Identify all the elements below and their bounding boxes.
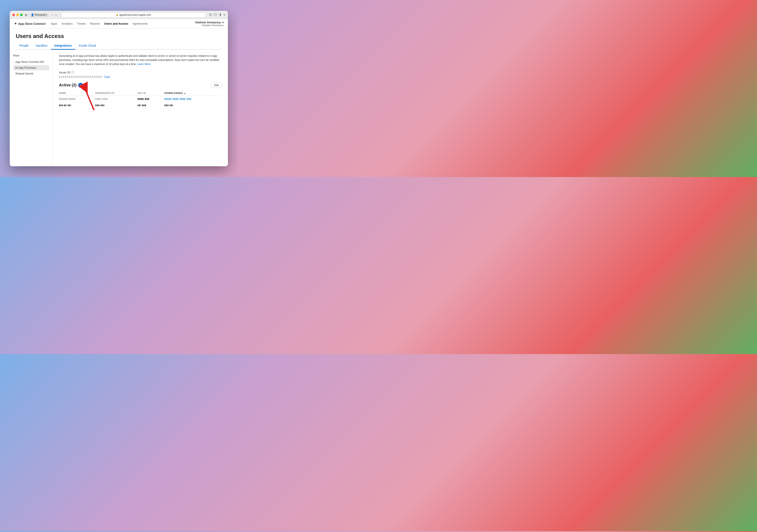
add-key-button[interactable]: +: [78, 83, 83, 88]
forward-button[interactable]: ›: [55, 13, 57, 17]
page-header: Users and Access People Sandbox Integrat…: [10, 29, 228, 50]
page-body: Keys App Store Connect API In-App Purcha…: [10, 50, 228, 166]
tab-sandbox[interactable]: Sandbox: [32, 42, 51, 50]
row2-downloaded: [165, 102, 222, 108]
extensions-button[interactable]: 🛡: [214, 13, 217, 17]
nav-agreements[interactable]: Agreements: [133, 21, 148, 26]
minimize-button[interactable]: [16, 14, 19, 16]
sort-arrow-icon: ▲: [184, 92, 186, 94]
edit-button[interactable]: Edit: [211, 83, 222, 88]
page-title: Users and Access: [16, 33, 222, 40]
sidebar-item-in-app-purchase[interactable]: In-App Purchase: [13, 65, 49, 70]
sidebar-item-shared-secret[interactable]: Shared Secret: [13, 71, 49, 76]
col-generated-by: GENERATED BY: [95, 91, 137, 96]
url-text: appstoreconnect.apple.com: [119, 14, 151, 16]
refresh-button[interactable]: ↻: [209, 13, 212, 17]
table-row: [59, 102, 222, 108]
traffic-lights: [12, 14, 23, 16]
nav-analytics[interactable]: Analytics: [61, 21, 73, 26]
description-text: Generating an in-app purchase key allows…: [59, 54, 222, 67]
app-navigation: ✦ App Store Connect Apps Analytics Trend…: [10, 19, 228, 29]
col-downloaded: DOWNLOADED ▲: [165, 91, 222, 96]
lock-icon: 🔒: [116, 14, 118, 16]
tab-people[interactable]: People: [16, 42, 32, 50]
appstore-logo-icon: ✦: [14, 22, 17, 26]
issuer-id-blurred: [59, 76, 102, 78]
active-keys-section: Active (2) + Edit NAME GENERATED BY KEY …: [59, 83, 222, 109]
table-header: NAME GENERATED BY KEY ID DOWNLOADED ▲: [59, 91, 222, 96]
titlebar: ⊞ 👤 Personal ▾ ‹ › 🔒 appstoreconnect.app…: [10, 11, 228, 19]
sidebar-item-app-store-connect-api[interactable]: App Store Connect API: [13, 59, 49, 65]
active-title: Active (2) +: [59, 83, 83, 88]
help-icon[interactable]: ?: [71, 71, 74, 74]
issuer-id-label: Issuer ID ?: [59, 71, 222, 74]
user-info[interactable]: Vladislav Smolyanoy ▾ Vladislav Smolyano…: [195, 21, 224, 27]
copy-issuer-id-button[interactable]: Copy: [104, 75, 110, 78]
row2-name: [59, 102, 95, 108]
user-name: Vladislav Smolyanoy ▾: [195, 21, 224, 24]
issuer-id-value: Copy: [59, 75, 222, 78]
person-icon: 👤: [31, 14, 34, 16]
app-nav-links: Apps Analytics Trends Reports Users and …: [51, 21, 195, 26]
table-row: [59, 96, 222, 102]
nav-users-and-access[interactable]: Users and Access: [104, 21, 128, 26]
page-tabs: People Sandbox Integrations Xcode Cloud: [16, 42, 222, 50]
profile-pill[interactable]: 👤 Personal ▾: [29, 13, 48, 17]
chevron-down-icon: ▾: [222, 21, 224, 24]
keys-table: NAME GENERATED BY KEY ID DOWNLOADED ▲: [59, 91, 222, 109]
table-body: [59, 96, 222, 108]
issuer-id-section: Issuer ID ? Copy: [59, 71, 222, 78]
nav-apps[interactable]: Apps: [51, 21, 57, 26]
nav-trends[interactable]: Trends: [77, 21, 85, 26]
nav-buttons: ‹ ›: [51, 13, 57, 17]
user-sub-name: Vladislav Smolyanoy: [195, 24, 224, 27]
url-bar[interactable]: 🔒 appstoreconnect.apple.com: [61, 12, 206, 17]
close-button[interactable]: [12, 14, 15, 16]
row1-generated-by: [95, 96, 137, 102]
tab-integrations[interactable]: Integrations: [51, 42, 75, 50]
app-logo: ✦ App Store Connect: [14, 22, 45, 26]
chevron-down-icon: ▾: [46, 14, 47, 16]
back-button[interactable]: ‹: [51, 13, 54, 17]
new-tab-button[interactable]: +: [224, 13, 225, 17]
page-content: Users and Access People Sandbox Integrat…: [10, 29, 228, 166]
nav-reports[interactable]: Reports: [90, 21, 100, 26]
col-key-id: KEY ID: [137, 91, 165, 96]
browser-window: ⊞ 👤 Personal ▾ ‹ › 🔒 appstoreconnect.app…: [10, 11, 228, 166]
sidebar-section-title: Keys: [13, 54, 49, 57]
row2-key-id: [137, 102, 165, 108]
titlebar-right-buttons: ↻ 🛡 ⬆ +: [209, 13, 225, 17]
profile-label: Personal: [35, 14, 45, 16]
tab-xcode-cloud[interactable]: Xcode Cloud: [75, 42, 99, 50]
active-header: Active (2) + Edit: [59, 83, 222, 88]
share-button[interactable]: ⬆: [219, 13, 222, 17]
col-name: NAME: [59, 91, 95, 96]
learn-more-link[interactable]: Learn More: [137, 63, 150, 66]
row1-downloaded: [165, 96, 222, 102]
row1-key-id: [137, 96, 165, 102]
sidebar-toggle-button[interactable]: ⊞: [25, 13, 27, 16]
app-logo-text: App Store Connect: [18, 22, 45, 25]
sidebar: Keys App Store Connect API In-App Purcha…: [10, 50, 53, 166]
row2-generated-by: [95, 102, 137, 108]
fullscreen-button[interactable]: [20, 14, 23, 16]
row1-name: [59, 96, 95, 102]
main-area: Generating an in-app purchase key allows…: [53, 50, 228, 166]
